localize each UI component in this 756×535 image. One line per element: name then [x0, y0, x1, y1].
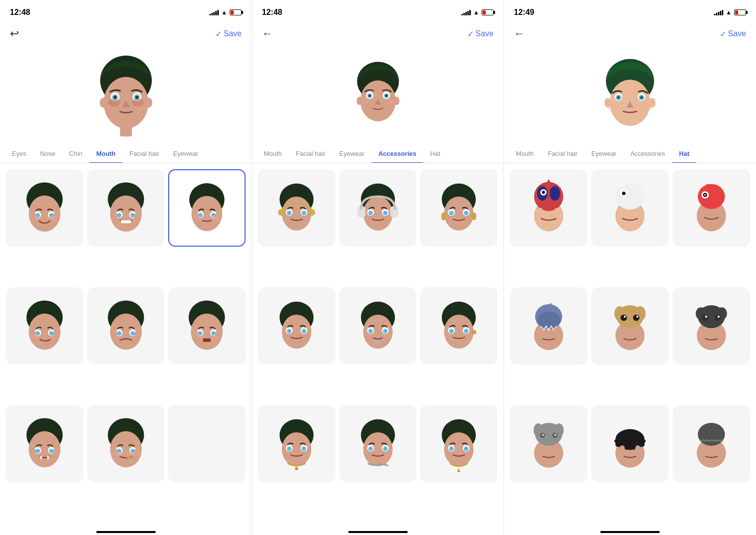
svg-point-186 — [538, 208, 544, 216]
svg-point-138 — [383, 329, 387, 333]
tab-chin-1[interactable]: Chin — [62, 145, 89, 163]
back-button-3[interactable]: ← — [514, 27, 525, 40]
svg-point-23 — [31, 215, 40, 221]
svg-point-33 — [134, 212, 140, 220]
svg-point-160 — [383, 447, 387, 451]
svg-point-225 — [701, 328, 706, 335]
grid-item-3-2[interactable] — [591, 169, 669, 247]
grid-item-3-7[interactable] — [510, 405, 587, 482]
svg-point-43 — [211, 215, 220, 220]
grid-item-1-5[interactable] — [87, 287, 165, 365]
grid-item-3-9[interactable] — [673, 405, 750, 482]
avatar-preview-2 — [252, 46, 504, 145]
grid-item-1-9[interactable] — [168, 405, 246, 482]
tab-hat-2[interactable]: Hat — [423, 145, 447, 163]
svg-point-204 — [537, 311, 560, 328]
svg-point-187 — [554, 208, 560, 216]
svg-point-13 — [108, 99, 120, 107]
grid-item-3-8[interactable] — [591, 405, 669, 482]
tab-eyewear-2[interactable]: Eyewear — [332, 145, 372, 163]
svg-rect-86 — [127, 457, 135, 459]
grid-item-2-4[interactable] — [258, 287, 335, 365]
back-button-1[interactable]: ↩ — [10, 27, 19, 40]
grid-item-3-3[interactable] — [673, 169, 750, 247]
svg-point-154 — [295, 467, 298, 470]
svg-point-224 — [718, 316, 720, 318]
grid-item-2-1[interactable] — [258, 169, 335, 247]
tab-facialhair-2[interactable]: Facial hair — [289, 145, 332, 163]
avatar-face-2 — [343, 58, 413, 133]
svg-point-226 — [717, 328, 722, 335]
grid-item-2-3[interactable] — [420, 169, 498, 247]
tab-accessories-3[interactable]: Accessories — [624, 145, 672, 163]
save-button-3[interactable]: ✓ Save — [720, 29, 746, 39]
svg-point-172 — [617, 96, 620, 98]
signal-icon-1 — [209, 9, 219, 15]
svg-point-192 — [622, 192, 626, 195]
tab-accessories-2[interactable]: Accessories — [372, 145, 424, 163]
grid-item-2-9[interactable] — [420, 405, 498, 482]
wifi-icon-1: ▲ — [221, 9, 227, 16]
svg-point-193 — [620, 208, 625, 216]
svg-point-139 — [376, 340, 378, 343]
svg-point-42 — [194, 215, 203, 220]
grid-item-2-5[interactable] — [339, 287, 417, 365]
grid-item-3-1[interactable] — [510, 169, 587, 247]
tab-mouth-1[interactable]: Mouth — [89, 145, 123, 163]
tab-eyewear-1[interactable]: Eyewear — [166, 145, 205, 163]
svg-point-185 — [542, 191, 545, 194]
svg-point-245 — [701, 445, 706, 453]
svg-point-61 — [134, 331, 140, 338]
grid-item-2-7[interactable] — [258, 405, 335, 482]
svg-point-136 — [368, 329, 373, 333]
tabs-3: Mouth Facial hair Eyewear Accessories Ha… — [504, 145, 756, 163]
svg-point-77 — [49, 449, 54, 453]
battery-icon-3 — [734, 9, 746, 15]
tabs-1: Eyes Nose Chin Mouth Facial hair Eyewear — [0, 145, 252, 163]
svg-point-101 — [356, 97, 362, 105]
svg-point-233 — [542, 434, 544, 436]
grid-item-3-6[interactable] — [673, 287, 750, 365]
grid-item-1-2[interactable] — [87, 169, 165, 247]
tab-facialhair-1[interactable]: Facial hair — [123, 145, 166, 163]
back-button-2[interactable]: ← — [262, 27, 273, 40]
status-bar-1: 12:48 ▲ — [0, 0, 252, 22]
tab-facialhair-3[interactable]: Facial hair — [541, 145, 584, 163]
tab-eyes-1[interactable]: Eyes — [5, 145, 33, 163]
svg-point-164 — [449, 447, 454, 451]
check-icon-3: ✓ — [720, 29, 726, 39]
svg-point-106 — [287, 211, 291, 215]
grid-item-1-3[interactable] — [168, 169, 246, 247]
svg-rect-31 — [121, 220, 131, 223]
svg-point-178 — [605, 98, 612, 107]
grid-item-3-5[interactable] — [591, 287, 669, 365]
grid-item-2-8[interactable] — [339, 405, 417, 482]
svg-point-98 — [385, 95, 387, 97]
grid-item-1-1[interactable] — [6, 169, 83, 247]
grid-item-1-7[interactable] — [6, 405, 83, 482]
svg-point-221 — [702, 315, 708, 321]
svg-point-205 — [538, 328, 544, 335]
grid-item-1-8[interactable] — [87, 405, 165, 482]
tab-eyewear-3[interactable]: Eyewear — [584, 145, 624, 163]
svg-point-10 — [100, 98, 107, 108]
svg-point-24 — [49, 215, 58, 221]
grid-item-2-6[interactable] — [420, 287, 498, 365]
grid-item-3-4[interactable] — [510, 287, 587, 365]
svg-point-75 — [36, 449, 40, 453]
svg-point-223 — [705, 316, 707, 318]
svg-point-175 — [640, 96, 643, 98]
save-button-2[interactable]: ✓ Save — [467, 29, 494, 39]
status-time-1: 12:48 — [10, 8, 30, 17]
grid-item-1-6[interactable] — [168, 287, 246, 365]
tab-mouth-2[interactable]: Mouth — [257, 145, 289, 163]
tab-hat-3[interactable]: Hat — [672, 145, 696, 163]
svg-point-53 — [49, 333, 58, 338]
tab-nose-1[interactable]: Nose — [33, 145, 62, 163]
grid-item-2-2[interactable] — [339, 169, 417, 247]
save-button-1[interactable]: ✓ Save — [215, 29, 242, 39]
tab-mouth-3[interactable]: Mouth — [509, 145, 541, 163]
svg-point-199 — [704, 194, 706, 196]
grid-item-1-4[interactable] — [6, 287, 83, 365]
svg-point-194 — [635, 208, 641, 216]
